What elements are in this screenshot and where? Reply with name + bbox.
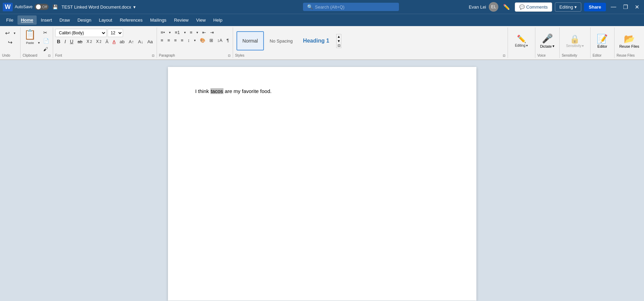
undo-arrow-button[interactable]: ▾ [12, 29, 17, 37]
numbering-button[interactable]: ≡1 [173, 29, 182, 36]
menu-item-view[interactable]: View [193, 15, 209, 25]
menu-item-layout[interactable]: Layout [95, 15, 116, 25]
bullets-button[interactable]: ≡• [159, 29, 167, 36]
font-size-decrease-button[interactable]: A↓ [136, 38, 145, 45]
underline-button[interactable]: U [68, 38, 75, 45]
dictate-arrow: ▾ [552, 44, 555, 48]
save-button[interactable]: 💾 [51, 3, 60, 11]
decrease-indent-button[interactable]: ⇤ [201, 29, 208, 36]
share-button[interactable]: Share [584, 3, 606, 11]
search-input[interactable] [315, 4, 384, 10]
increase-indent-button[interactable]: ⇥ [208, 29, 216, 36]
paste-button[interactable]: 📋 Paste [23, 28, 37, 45]
font-group-top: Calibri (Body) 12 B I U ab X2 X2 Ā A ab [55, 27, 155, 53]
superscript-button[interactable]: X2 [94, 38, 103, 45]
editing-tool-label: Editing ▾ [515, 44, 528, 47]
clipboard-expand-icon[interactable]: ⊡ [48, 54, 51, 57]
menu-item-home[interactable]: Home [17, 15, 37, 25]
copy-button[interactable]: 📄 [41, 37, 51, 45]
menu-item-references[interactable]: References [116, 15, 146, 25]
show-marks-button[interactable]: ¶ [225, 37, 231, 44]
editing-group: ✏️ Editing ▾ [508, 27, 535, 58]
reuse-files-group: 📂 Reuse Files Reuse Files [615, 27, 644, 58]
minimize-button[interactable]: — [609, 2, 618, 11]
align-right-button[interactable]: ≡ [172, 37, 179, 44]
dictate-button[interactable]: 🎤 Dictate ▾ [537, 33, 557, 49]
editor-button[interactable]: 📝 Editor [594, 33, 610, 49]
undo-redo-row: ↩ ▾ [3, 29, 17, 37]
style-heading1-label: Heading 1 [303, 38, 329, 44]
style-normal[interactable]: Normal [236, 31, 264, 50]
strikethrough-button[interactable]: ab [76, 38, 84, 45]
search-icon: 🔍 [307, 4, 313, 10]
align-left-button[interactable]: ≡ [159, 37, 165, 44]
paste-arrow-button[interactable]: ▾ [37, 40, 40, 45]
menu-item-insert[interactable]: Insert [37, 15, 56, 25]
line-spacing-arrow[interactable]: ▾ [192, 37, 197, 43]
doc-page[interactable]: I think tacos are my favorite food. [168, 67, 476, 301]
font-size-increase-button[interactable]: A↑ [127, 38, 136, 45]
menu-item-mailings[interactable]: Mailings [147, 15, 170, 25]
redo-button[interactable]: ↪ [6, 38, 14, 47]
toggle-knob [36, 4, 41, 9]
menu-item-review[interactable]: Review [171, 15, 192, 25]
borders-button[interactable]: ⊞ [208, 37, 215, 44]
style-heading1[interactable]: Heading 1 [299, 31, 333, 50]
menu-item-help[interactable]: Help [210, 15, 226, 25]
bold-button[interactable]: B [55, 38, 62, 45]
shading-button[interactable]: 🎨 [198, 37, 207, 44]
close-button[interactable]: ✕ [633, 2, 641, 12]
subscript-button[interactable]: X2 [85, 38, 94, 45]
italic-button[interactable]: I [63, 38, 68, 45]
clear-format-button[interactable]: Ā [104, 38, 110, 45]
paste-area: 📋 Paste ▾ [23, 28, 40, 45]
bullets-arrow[interactable]: ▾ [167, 30, 172, 35]
comments-button[interactable]: 💬 Comments [515, 2, 552, 12]
menu-item-design[interactable]: Design [74, 15, 95, 25]
text-highlight-button[interactable]: ab [118, 38, 126, 45]
menu-item-file[interactable]: File [3, 15, 17, 25]
doc-text-after: are my favorite food. [223, 88, 272, 94]
undo-button[interactable]: ↩ [3, 29, 11, 37]
search-box[interactable]: 🔍 [303, 3, 399, 11]
paragraph-group: ≡• ▾ ≡1 ▾ ≡ ▾ ⇤ ⇥ ≡ ≡ ≡ ≡ ↕ ▾ 🎨 [157, 27, 233, 58]
editing-group-top: ✏️ Editing ▾ [510, 27, 533, 53]
ribbon: ↩ ▾ ↪ Undo 📋 Paste ▾ ✂ [0, 26, 644, 60]
sensitivity-button[interactable]: 🔒 Sensitivity ▾ [564, 34, 586, 48]
restore-button[interactable]: ❐ [621, 2, 630, 12]
pen-icon-button[interactable]: ✏️ [501, 2, 512, 12]
sort-button[interactable]: ↕A [216, 37, 224, 44]
title-bar-left: W AutoSave Off 💾 TEST Linked Word Docume… [3, 3, 233, 11]
justify-button[interactable]: ≡ [179, 37, 185, 44]
doc-content[interactable]: I think tacos are my favorite food. [195, 88, 449, 95]
font-expand-icon[interactable]: ⊡ [152, 54, 155, 57]
font-size-selector[interactable]: 12 [108, 29, 123, 37]
clipboard-group-top: 📋 Paste ▾ ✂ 📄 🖌 [23, 27, 51, 53]
align-center-button[interactable]: ≡ [166, 37, 172, 44]
line-spacing-button[interactable]: ↕ [186, 37, 192, 44]
reuse-files-label: Reuse Files [619, 44, 639, 48]
font-color-button[interactable]: A [111, 38, 117, 45]
text-case-button[interactable]: Aa [146, 38, 155, 45]
format-painter-button[interactable]: 🖌 [41, 45, 51, 53]
paragraph-expand-icon[interactable]: ⊡ [228, 54, 231, 57]
reuse-files-button[interactable]: 📂 Reuse Files [617, 33, 642, 49]
styles-expand-icon[interactable]: ⊡ [503, 54, 506, 57]
ribbon-main: ↩ ▾ ↪ Undo 📋 Paste ▾ ✂ [0, 26, 644, 60]
editing-mode-tool[interactable]: ✏️ Editing ▾ [513, 34, 530, 48]
cut-button[interactable]: ✂ [41, 29, 51, 36]
font-family-selector[interactable]: Calibri (Body) [55, 29, 107, 37]
styles-scroll-down[interactable]: ▼ [337, 39, 341, 43]
editing-mode-button[interactable]: Editing ▾ [555, 2, 581, 12]
editor-group-top: 📝 Editor [593, 27, 612, 53]
user-name: Evan Lei [469, 4, 486, 10]
menu-item-draw[interactable]: Draw [56, 15, 73, 25]
numbering-arrow[interactable]: ▾ [182, 30, 187, 35]
multilevel-arrow[interactable]: ▾ [195, 30, 200, 35]
styles-expand[interactable]: ⊡ [337, 43, 341, 48]
multilevel-button[interactable]: ≡ [188, 29, 194, 36]
styles-scroll-up[interactable]: ▲ [337, 34, 341, 39]
style-no-spacing[interactable]: No Spacing [265, 31, 297, 50]
autosave-toggle[interactable]: Off [35, 4, 48, 10]
doc-title-arrow[interactable]: ▾ [133, 4, 136, 10]
